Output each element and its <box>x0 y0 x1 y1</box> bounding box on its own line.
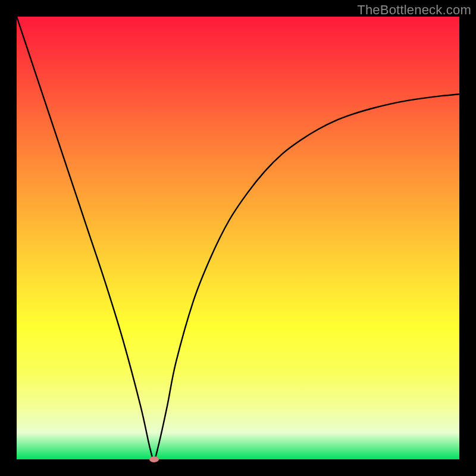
bottleneck-curve-path <box>17 17 459 459</box>
chart-area <box>17 17 459 459</box>
bottleneck-curve-svg <box>17 17 459 459</box>
watermark-text: TheBottleneck.com <box>357 2 471 18</box>
optimal-point-marker <box>149 456 159 462</box>
